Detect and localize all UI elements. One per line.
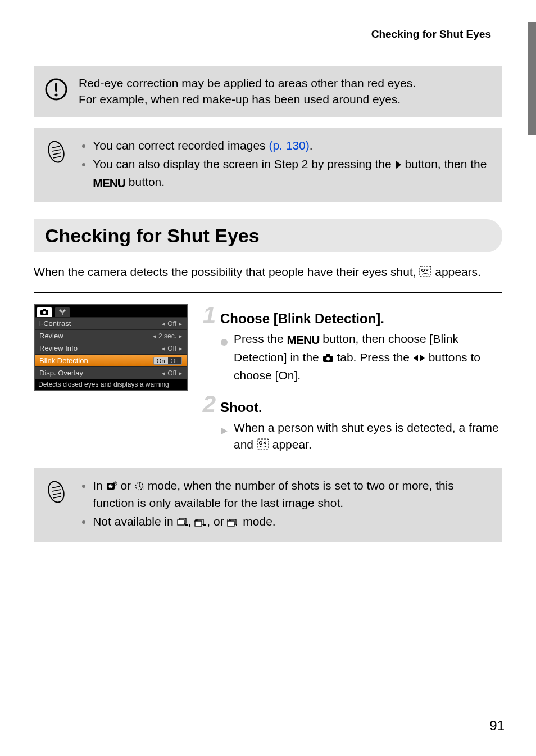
menu-label: Review xyxy=(39,332,153,340)
tip1-callout: You can correct recorded images (p. 130)… xyxy=(34,128,502,202)
svg-rect-37 xyxy=(178,520,184,525)
svg-marker-19 xyxy=(414,355,418,361)
svg-marker-8 xyxy=(396,161,401,169)
svg-line-26 xyxy=(52,490,61,491)
svg-point-32 xyxy=(111,485,112,486)
menu-footer-text: Detects closed eyes and displays a warni… xyxy=(35,379,187,390)
note-icon xyxy=(47,479,66,506)
menu-row-icontrast: i-Contrast ◂Off▸ xyxy=(35,317,187,329)
tip1-item1: You can correct recorded images (p. 130)… xyxy=(93,137,491,153)
continuous-af-icon: AF xyxy=(194,514,207,531)
section-title: Checking for Shut Eyes xyxy=(34,219,502,252)
t2i2-sep1: , xyxy=(188,515,195,528)
step2-body: When a person with shut eyes is detected… xyxy=(234,419,502,455)
tip2-item2: Not available in , AF, or LV mode. xyxy=(93,513,491,531)
page-number: 91 xyxy=(489,718,505,734)
s1-body-mid2: tab. Press the xyxy=(334,351,413,364)
svg-point-13 xyxy=(43,311,46,314)
tip2-callout: In or C mode, when the number of shots i… xyxy=(34,468,502,542)
tip1-item2-post: button. xyxy=(125,175,165,188)
svg-line-27 xyxy=(53,493,61,495)
step-bullet-icon xyxy=(220,334,228,351)
tip1-page-ref-link[interactable]: (p. 130) xyxy=(269,139,309,152)
intro-post: appears. xyxy=(431,265,481,278)
tip2-item1: In or C mode, when the number of shots i… xyxy=(93,477,491,511)
menu-value: Off xyxy=(167,369,176,377)
tip1-item2-mid: button, then the xyxy=(402,157,487,170)
svg-rect-42 xyxy=(195,521,202,526)
menu-tab-tools-icon xyxy=(55,307,70,317)
tip1-item1-post: . xyxy=(310,139,313,152)
note-icon xyxy=(47,139,66,166)
continuous-shoot-icon xyxy=(177,514,188,531)
svg-point-23 xyxy=(259,442,262,445)
intro-pre: When the camera detects the possibility … xyxy=(34,265,419,278)
menu-label: i-Contrast xyxy=(39,319,162,328)
menu-label: Blink Detection xyxy=(39,356,153,365)
svg-point-24 xyxy=(47,479,66,504)
svg-rect-47 xyxy=(228,521,234,526)
camera-menu-screenshot: i-Contrast ◂Off▸ Review ◂2 sec.▸ Review … xyxy=(34,304,188,391)
svg-line-4 xyxy=(52,146,60,148)
tip1-item1-pre: You can correct recorded images xyxy=(93,139,269,152)
step1-number: 1 xyxy=(197,304,216,327)
caution-text-line1: Red-eye correction may be applied to are… xyxy=(79,75,491,91)
svg-point-2 xyxy=(55,94,58,97)
menu-tab-camera-icon xyxy=(37,307,52,317)
svg-line-6 xyxy=(53,153,61,155)
t2i2-or: , or xyxy=(207,515,227,528)
continuous-lv-icon: LV xyxy=(227,514,239,531)
t2i2-pre: Not available in xyxy=(93,515,176,528)
svg-rect-12 xyxy=(43,309,46,311)
blink-warning-icon xyxy=(257,437,269,454)
face-self-timer-icon xyxy=(106,478,117,495)
t2i2-post: mode. xyxy=(239,515,275,528)
svg-rect-44 xyxy=(205,524,206,526)
custom-timer-icon: C xyxy=(134,478,144,495)
svg-rect-39 xyxy=(187,524,188,526)
t2i1-mid2: mode, when the number of shots is set to… xyxy=(93,479,454,509)
toggle-on: On xyxy=(154,357,168,364)
svg-line-5 xyxy=(52,150,61,151)
caution-icon xyxy=(44,77,69,104)
tip1-item2: You can also display the screen in Step … xyxy=(93,156,491,191)
svg-point-31 xyxy=(109,485,110,486)
svg-marker-20 xyxy=(420,355,425,361)
svg-rect-22 xyxy=(257,439,269,449)
caution-text-line2: For example, when red make-up has been u… xyxy=(79,91,491,107)
on-off-toggle: OnOff xyxy=(153,357,182,365)
svg-line-28 xyxy=(53,496,61,498)
svg-line-7 xyxy=(53,156,61,158)
s1-body-pre: Press the xyxy=(234,332,287,345)
svg-rect-43 xyxy=(203,524,205,526)
menu-value: 2 sec. xyxy=(158,332,176,340)
svg-point-18 xyxy=(326,357,330,360)
tip1-item2-pre: You can also display the screen in Step … xyxy=(93,157,394,170)
t2i1-mid1: or xyxy=(117,479,134,492)
menu-label: Disp. Overlay xyxy=(39,369,162,377)
svg-rect-38 xyxy=(185,524,187,526)
menu-row-review: Review ◂2 sec.▸ xyxy=(35,329,187,342)
menu-value: Off xyxy=(167,345,176,352)
running-header: Checking for Shut Eyes xyxy=(34,28,502,40)
result-arrow-icon xyxy=(220,423,228,440)
menu-row-dispoverlay: Disp. Overlay ◂Off▸ xyxy=(35,366,187,379)
svg-rect-1 xyxy=(55,83,57,92)
s2-body-post: appear. xyxy=(269,438,312,451)
menu-row-reviewinfo: Review Info ◂Off▸ xyxy=(35,342,187,354)
step1-body: Press the MENU button, then choose [Blin… xyxy=(234,331,502,384)
svg-marker-21 xyxy=(221,428,228,434)
menu-glyph: MENU xyxy=(287,332,320,348)
svg-rect-48 xyxy=(236,524,237,526)
svg-point-3 xyxy=(47,139,66,164)
svg-point-10 xyxy=(422,269,425,271)
svg-rect-17 xyxy=(326,354,330,356)
caution-callout: Red-eye correction may be applied to are… xyxy=(34,66,502,117)
left-right-arrows-icon xyxy=(413,350,425,367)
camera-tab-icon xyxy=(322,350,334,367)
step1-area: i-Contrast ◂Off▸ Review ◂2 sec.▸ Review … xyxy=(34,304,502,456)
svg-rect-49 xyxy=(238,524,238,526)
t2i1-pre: In xyxy=(93,479,106,492)
menu-glyph: MENU xyxy=(93,175,125,191)
toggle-off: Off xyxy=(168,357,181,364)
